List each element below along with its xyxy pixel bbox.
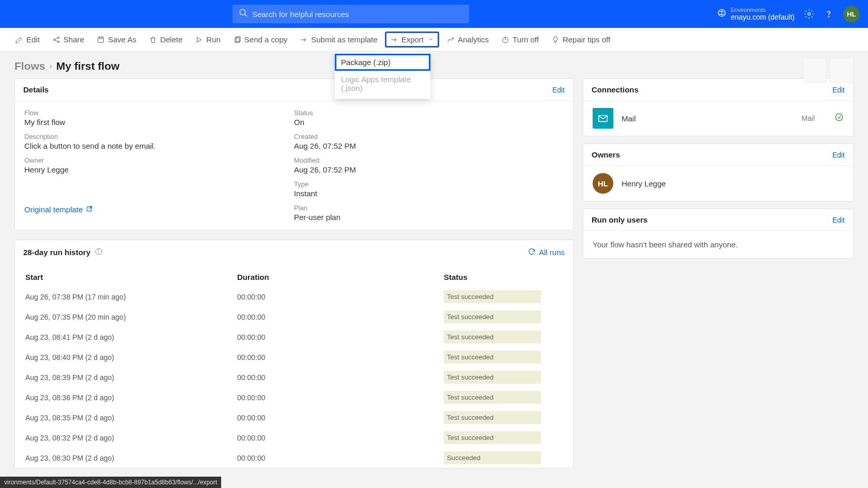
svg-rect-13 — [99, 37, 102, 38]
connection-type: Mail — [801, 114, 815, 122]
run-start: Aug 23, 08:35 PM (2 d ago) — [25, 414, 237, 422]
action-placeholders — [803, 58, 854, 83]
col-start-header[interactable]: Start — [25, 273, 237, 281]
run-button[interactable]: Run — [190, 32, 225, 47]
connection-item[interactable]: Mail Mail — [583, 101, 853, 136]
command-toolbar: Edit Share Save As Delete Run Send a cop… — [0, 28, 868, 52]
global-search[interactable] — [233, 5, 469, 23]
breadcrumb-root[interactable]: Flows — [14, 60, 45, 72]
col-duration-header[interactable]: Duration — [237, 273, 444, 281]
svg-rect-15 — [235, 38, 239, 42]
help-button[interactable] — [824, 9, 834, 19]
save-as-button[interactable]: Save As — [92, 32, 141, 47]
details-edit-link[interactable]: Edit — [552, 86, 565, 94]
run-history-row[interactable]: Aug 23, 08:32 PM (2 d ago)00:00:00Test s… — [15, 428, 573, 448]
created-label: Created — [294, 133, 564, 140]
description-label: Description — [24, 133, 294, 140]
export-logic-apps-json[interactable]: Logic Apps template (.json) — [335, 71, 430, 97]
mail-icon — [593, 108, 613, 129]
owners-title: Owners — [592, 150, 620, 159]
svg-rect-12 — [98, 37, 104, 42]
external-link-icon — [86, 205, 93, 214]
svg-point-0 — [240, 9, 245, 15]
owners-panel: Owners Edit HL Henry Legge — [583, 144, 854, 201]
run-only-edit-link[interactable]: Edit — [832, 216, 845, 224]
run-duration: 00:00:00 — [237, 353, 444, 361]
type-label: Type — [294, 180, 564, 188]
run-history-row[interactable]: Aug 23, 08:30 PM (2 d ago)00:00:00Succee… — [15, 448, 573, 468]
svg-point-28 — [835, 114, 843, 121]
chevron-right-icon: › — [50, 61, 52, 71]
send-copy-button[interactable]: Send a copy — [228, 32, 292, 47]
run-start: Aug 23, 08:41 PM (2 d ago) — [25, 333, 237, 341]
export-package-zip[interactable]: Package (.zip) — [335, 54, 430, 71]
owners-edit-link[interactable]: Edit — [832, 151, 845, 159]
flow-value: My first flow — [24, 118, 294, 127]
run-only-title: Run only users — [592, 215, 647, 224]
plan-value: Per-user plan — [294, 213, 564, 222]
environment-label: Environments — [731, 7, 795, 13]
refresh-icon — [528, 247, 536, 257]
search-input[interactable] — [252, 10, 463, 19]
plan-label: Plan — [294, 204, 564, 212]
analytics-button[interactable]: Analytics — [442, 32, 493, 47]
chevron-down-icon — [427, 35, 434, 44]
run-history-row[interactable]: Aug 23, 08:35 PM (2 d ago)00:00:00Test s… — [15, 407, 573, 428]
placeholder-block — [803, 58, 827, 83]
run-history-row[interactable]: Aug 26, 07:35 PM (20 min ago)00:00:00Tes… — [15, 307, 573, 327]
run-only-users-panel: Run only users Edit Your flow hasn't bee… — [583, 209, 854, 259]
col-status-header[interactable]: Status — [444, 273, 563, 281]
svg-point-5 — [808, 13, 811, 15]
run-history-row[interactable]: Aug 26, 07:38 PM (17 min ago)00:00:00Tes… — [15, 287, 573, 307]
share-button[interactable]: Share — [48, 32, 89, 47]
settings-button[interactable] — [804, 9, 814, 19]
run-history-table: Start Duration Status Aug 26, 07:38 PM (… — [15, 264, 573, 468]
run-duration: 00:00:00 — [237, 393, 444, 402]
connection-name: Mail — [622, 114, 793, 123]
run-start: Aug 26, 07:38 PM (17 min ago) — [25, 293, 237, 301]
run-duration: 00:00:00 — [237, 373, 444, 382]
run-duration: 00:00:00 — [237, 293, 444, 301]
run-status: Test succeeded — [444, 391, 563, 404]
description-value: Click a button to send a note by email. — [24, 141, 294, 150]
repair-tips-button[interactable]: Repair tips off — [547, 32, 615, 47]
owner-name: Henry Legge — [622, 179, 666, 188]
export-dropdown: Package (.zip) Logic Apps template (.jso… — [335, 52, 430, 99]
placeholder-block — [830, 58, 854, 83]
svg-line-10 — [55, 38, 58, 39]
run-start: Aug 23, 08:40 PM (2 d ago) — [25, 353, 237, 361]
export-button[interactable]: Export — [385, 32, 439, 47]
all-runs-link[interactable]: All runs — [528, 247, 565, 257]
run-history-panel: 28-day run history All runs Start Durati… — [14, 240, 574, 468]
status-value: On — [294, 118, 564, 127]
info-icon[interactable] — [95, 247, 103, 257]
run-history-row[interactable]: Aug 23, 08:39 PM (2 d ago)00:00:00Test s… — [15, 367, 573, 387]
submit-template-button[interactable]: Submit as template — [295, 32, 382, 47]
delete-button[interactable]: Delete — [144, 32, 187, 47]
type-value: Instant — [294, 189, 564, 198]
original-template-link[interactable]: Original template — [24, 205, 294, 214]
edit-button[interactable]: Edit — [10, 32, 44, 47]
connections-edit-link[interactable]: Edit — [832, 86, 845, 94]
run-history-row[interactable]: Aug 23, 08:41 PM (2 d ago)00:00:00Test s… — [15, 327, 573, 347]
environment-picker[interactable]: Environments enayu.com (default) — [717, 7, 795, 21]
svg-marker-14 — [197, 37, 202, 42]
run-duration: 00:00:00 — [237, 333, 444, 341]
run-status: Succeeded — [444, 451, 563, 464]
owner-item[interactable]: HL Henry Legge — [583, 166, 853, 201]
run-start: Aug 23, 08:36 PM (2 d ago) — [25, 393, 237, 402]
owner-value: Henry Legge — [24, 165, 294, 174]
run-history-row[interactable]: Aug 23, 08:36 PM (2 d ago)00:00:00Test s… — [15, 387, 573, 407]
modified-label: Modified — [294, 156, 564, 164]
run-start: Aug 23, 08:39 PM (2 d ago) — [25, 373, 237, 382]
flow-label: Flow — [24, 109, 294, 117]
user-avatar[interactable]: HL — [843, 6, 860, 22]
run-history-row[interactable]: Aug 23, 08:40 PM (2 d ago)00:00:00Test s… — [15, 347, 573, 367]
run-status: Test succeeded — [444, 371, 563, 384]
created-value: Aug 26, 07:52 PM — [294, 141, 564, 150]
run-duration: 00:00:00 — [237, 434, 444, 442]
turn-off-button[interactable]: Turn off — [497, 32, 544, 47]
svg-point-9 — [57, 41, 59, 42]
svg-point-6 — [828, 16, 829, 17]
svg-point-8 — [57, 37, 59, 38]
